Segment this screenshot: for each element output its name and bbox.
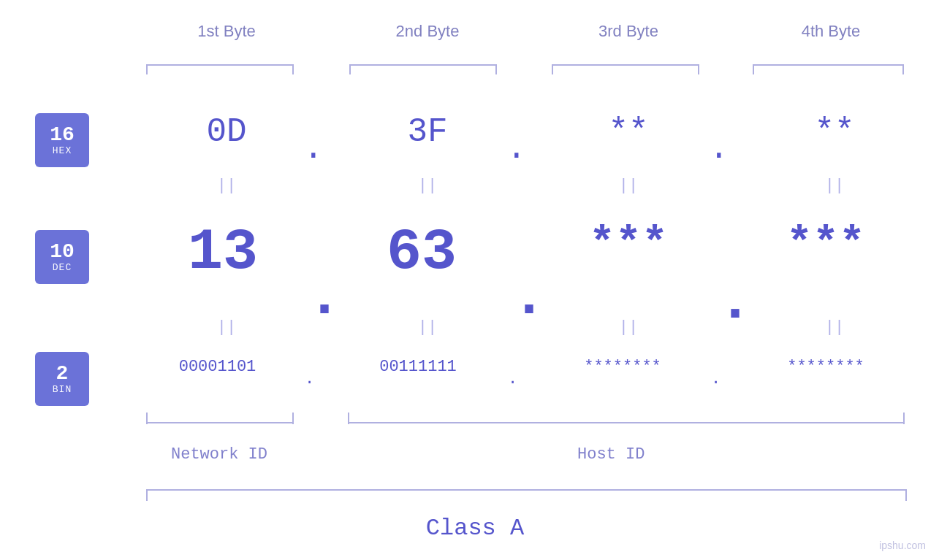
hex-badge: 16 HEX (35, 113, 89, 167)
bin-val-2: 00111111 (338, 358, 498, 376)
eq-3-hd: || (555, 177, 702, 195)
dec-badge-num: 10 (50, 242, 75, 262)
bin-val-3: ******** (542, 358, 703, 376)
tick-bl2 (348, 413, 349, 424)
eq-1-hd: || (157, 177, 296, 195)
dot-dec-3: . (718, 269, 753, 335)
dec-val-4: *** (745, 219, 906, 269)
eq-1-db: || (157, 318, 296, 337)
main-container: 1st Byte 2nd Byte 3rd Byte 4th Byte 16 H… (0, 0, 939, 560)
bin-badge-num: 2 (56, 364, 69, 384)
tick-br1 (292, 413, 294, 424)
dec-val-3: *** (548, 219, 709, 269)
dot-hex-2: . (506, 130, 527, 168)
bin-badge-label: BIN (53, 384, 72, 395)
hex-val-1: 0D (157, 113, 296, 151)
dec-badge: 10 DEC (35, 230, 89, 284)
host-id-label: Host ID (577, 445, 645, 464)
bracket-class-a (146, 489, 906, 491)
tick-tr1 (292, 64, 294, 74)
dec-badge-label: DEC (53, 262, 72, 273)
dec-val-2: 63 (345, 219, 498, 285)
dot-bin-1: . (305, 370, 314, 388)
bracket-top-1 (146, 64, 292, 66)
dot-hex-3: . (709, 130, 729, 168)
hex-badge-num: 16 (50, 125, 75, 145)
tick-tr2 (495, 64, 497, 74)
col-header-1: 1st Byte (153, 22, 300, 41)
tick-tr4 (902, 64, 904, 74)
dot-dec-1: . (307, 264, 342, 331)
bracket-bottom-network (146, 422, 292, 423)
dot-hex-1: . (303, 130, 324, 168)
dot-dec-2: . (512, 264, 547, 331)
watermark: ipshu.com (879, 540, 926, 551)
eq-2-hd: || (358, 177, 497, 195)
hex-val-3: ** (555, 113, 702, 151)
eq-2-db: || (358, 318, 497, 337)
col-header-3: 3rd Byte (555, 22, 702, 41)
eq-3-db: || (555, 318, 702, 337)
tick-tl1 (146, 64, 148, 74)
hex-badge-label: HEX (53, 145, 72, 156)
tick-bl1 (146, 413, 148, 424)
tick-tl2 (349, 64, 351, 74)
dot-bin-3: . (711, 370, 721, 388)
tick-tl4 (753, 64, 754, 74)
bracket-top-3 (552, 64, 698, 66)
tick-tl3 (552, 64, 553, 74)
tick-class-l (146, 489, 148, 501)
bracket-bottom-host (348, 422, 903, 423)
bracket-top-4 (753, 64, 902, 66)
class-a-label: Class A (292, 515, 658, 542)
eq-4-db: || (761, 318, 908, 337)
bin-val-1: 00001101 (139, 358, 296, 376)
eq-4-hd: || (761, 177, 908, 195)
dec-val-1: 13 (146, 219, 300, 285)
bin-val-4: ******** (745, 358, 906, 376)
tick-br4 (903, 413, 905, 424)
tick-class-r (905, 489, 907, 501)
hex-val-2: 3F (358, 113, 497, 151)
bracket-top-2 (349, 64, 495, 66)
dot-bin-2: . (508, 370, 517, 388)
hex-val-4: ** (761, 113, 908, 151)
col-header-2: 2nd Byte (354, 22, 501, 41)
network-id-label: Network ID (171, 445, 267, 464)
col-header-4: 4th Byte (758, 22, 904, 41)
tick-tr3 (698, 64, 699, 74)
bin-badge: 2 BIN (35, 352, 89, 406)
